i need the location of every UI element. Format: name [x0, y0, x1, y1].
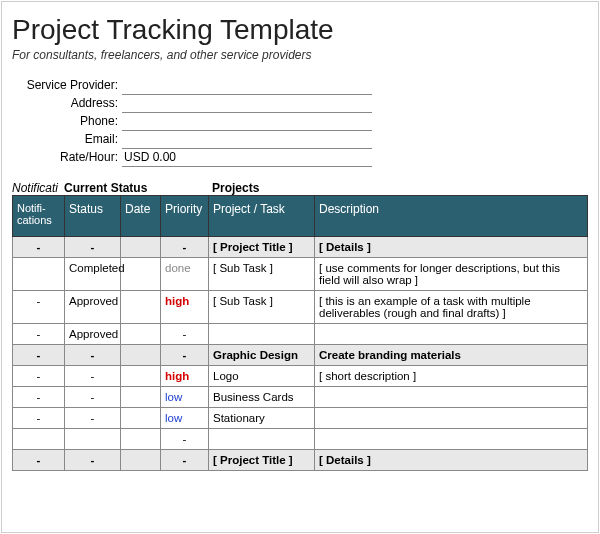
cell-description: [ short description ] — [315, 365, 588, 386]
email-field[interactable] — [122, 130, 372, 148]
table-row: --lowBusiness Cards — [13, 386, 588, 407]
cell-project — [209, 428, 315, 449]
address-label: Address: — [12, 94, 122, 112]
page-subtitle: For consultants, freelancers, and other … — [12, 48, 588, 62]
cell-date — [121, 290, 161, 323]
cell-date — [121, 365, 161, 386]
cell-project — [209, 323, 315, 344]
cell-project: [ Sub Task ] — [209, 257, 315, 290]
page-title: Project Tracking Template — [12, 14, 588, 46]
table-header-row: Notifi-cations Status Date Priority Proj… — [13, 195, 588, 236]
cell-priority: - — [161, 428, 209, 449]
cell-notif: - — [13, 365, 65, 386]
group-current-status: Current Status — [64, 181, 212, 195]
cell-description: [ use comments for longer descriptions, … — [315, 257, 588, 290]
cell-priority: - — [161, 323, 209, 344]
address-field[interactable] — [122, 94, 372, 112]
cell-status: Completed — [65, 257, 121, 290]
cell-description: [ Details ] — [315, 236, 588, 257]
cell-description — [315, 323, 588, 344]
cell-notif: - — [13, 407, 65, 428]
cell-status: - — [65, 386, 121, 407]
page: Project Tracking Template For consultant… — [1, 1, 599, 533]
provider-info: Service Provider: Address: Phone: Email:… — [12, 76, 372, 167]
col-status: Status — [65, 195, 121, 236]
section-row: ---[ Project Title ][ Details ] — [13, 449, 588, 470]
cell-project: Graphic Design — [209, 344, 315, 365]
cell-project: Logo — [209, 365, 315, 386]
cell-notif: - — [13, 344, 65, 365]
cell-status: Approved — [65, 290, 121, 323]
section-row: ---[ Project Title ][ Details ] — [13, 236, 588, 257]
cell-priority: done — [161, 257, 209, 290]
cell-notif — [13, 257, 65, 290]
cell-date — [121, 407, 161, 428]
table-group-headers: Notificati Current Status Projects — [12, 181, 588, 195]
cell-description: [ this is an example of a task with mult… — [315, 290, 588, 323]
cell-notif: - — [13, 386, 65, 407]
cell-notif: - — [13, 449, 65, 470]
group-notifications: Notificati — [12, 181, 64, 195]
cell-date — [121, 236, 161, 257]
cell-notif: - — [13, 236, 65, 257]
cell-notif — [13, 428, 65, 449]
cell-project: [ Project Title ] — [209, 236, 315, 257]
cell-notif: - — [13, 323, 65, 344]
cell-priority: low — [161, 407, 209, 428]
cell-notif: - — [13, 290, 65, 323]
cell-date — [121, 428, 161, 449]
cell-project: [ Project Title ] — [209, 449, 315, 470]
cell-status: - — [65, 344, 121, 365]
cell-date — [121, 257, 161, 290]
phone-label: Phone: — [12, 112, 122, 130]
cell-description: Create branding materials — [315, 344, 588, 365]
table-row: --lowStationary — [13, 407, 588, 428]
project-table: Notifi-cations Status Date Priority Proj… — [12, 195, 588, 471]
cell-project: [ Sub Task ] — [209, 290, 315, 323]
cell-priority: high — [161, 290, 209, 323]
cell-status: - — [65, 365, 121, 386]
col-description: Description — [315, 195, 588, 236]
cell-description — [315, 386, 588, 407]
table-row: -Approvedhigh[ Sub Task ][ this is an ex… — [13, 290, 588, 323]
cell-priority: low — [161, 386, 209, 407]
cell-status: Approved — [65, 323, 121, 344]
cell-priority: - — [161, 236, 209, 257]
table-body: ---[ Project Title ][ Details ]Completed… — [13, 236, 588, 470]
email-label: Email: — [12, 130, 122, 148]
cell-project: Business Cards — [209, 386, 315, 407]
cell-date — [121, 344, 161, 365]
table-row: --highLogo[ short description ] — [13, 365, 588, 386]
cell-status: - — [65, 236, 121, 257]
provider-label: Service Provider: — [12, 76, 122, 94]
cell-date — [121, 323, 161, 344]
col-priority: Priority — [161, 195, 209, 236]
cell-priority: - — [161, 449, 209, 470]
rate-label: Rate/Hour: — [12, 148, 122, 166]
phone-field[interactable] — [122, 112, 372, 130]
cell-status: - — [65, 449, 121, 470]
cell-date — [121, 449, 161, 470]
rate-field[interactable]: USD 0.00 — [122, 148, 372, 166]
group-projects: Projects — [212, 181, 259, 195]
table-row: Completeddone[ Sub Task ][ use comments … — [13, 257, 588, 290]
col-notifications: Notifi-cations — [13, 195, 65, 236]
cell-status: - — [65, 407, 121, 428]
col-date: Date — [121, 195, 161, 236]
provider-field[interactable] — [122, 76, 372, 94]
cell-description — [315, 407, 588, 428]
cell-priority: - — [161, 344, 209, 365]
section-row: ---Graphic DesignCreate branding materia… — [13, 344, 588, 365]
cell-status — [65, 428, 121, 449]
cell-project: Stationary — [209, 407, 315, 428]
cell-description — [315, 428, 588, 449]
cell-priority: high — [161, 365, 209, 386]
cell-date — [121, 386, 161, 407]
col-project: Project / Task — [209, 195, 315, 236]
table-row: -Approved- — [13, 323, 588, 344]
cell-description: [ Details ] — [315, 449, 588, 470]
table-row: - — [13, 428, 588, 449]
